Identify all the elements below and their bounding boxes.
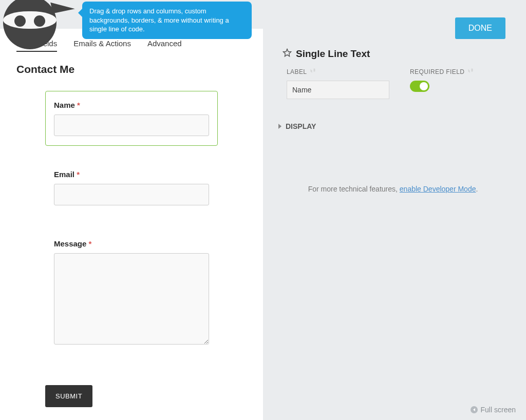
- enable-dev-mode-link[interactable]: enable Developer Mode: [400, 185, 476, 193]
- dev-note: For more technical features, enable Deve…: [277, 185, 509, 193]
- editor-pane: Form Fields Emails & Actions Advanced Co…: [0, 29, 263, 420]
- settings-row: LABEL REQUIRED FIELD: [287, 68, 508, 99]
- label-input[interactable]: [287, 81, 389, 99]
- done-button[interactable]: DONE: [455, 17, 505, 39]
- setting-required: REQUIRED FIELD: [410, 68, 508, 99]
- field-name[interactable]: Name *: [45, 91, 218, 146]
- display-label: DISPLAY: [286, 122, 316, 130]
- label-head: LABEL: [287, 68, 307, 75]
- display-section[interactable]: DISPLAY: [278, 122, 316, 130]
- chevron-right-icon: [278, 124, 281, 129]
- name-input[interactable]: [54, 114, 209, 136]
- field-name-label: Name *: [54, 101, 209, 109]
- field-email-label: Email *: [54, 170, 209, 179]
- email-input[interactable]: [54, 184, 209, 205]
- settings-header: Single Line Text: [283, 48, 370, 60]
- required-toggle[interactable]: [410, 81, 429, 92]
- field-message[interactable]: Message *: [45, 230, 218, 356]
- field-message-label: Message *: [54, 239, 209, 248]
- submit-button[interactable]: SUBMIT: [45, 385, 92, 407]
- thumbs-down-icon[interactable]: [467, 68, 474, 75]
- arrow-left-icon: [471, 406, 478, 413]
- ninja-logo: [3, 0, 65, 58]
- thumbs-down-icon[interactable]: [310, 68, 316, 75]
- fullscreen-label: Full screen: [481, 406, 516, 414]
- setting-label: LABEL: [287, 68, 389, 99]
- form-title: Contact Me: [16, 63, 247, 75]
- tab-advanced[interactable]: Advanced: [147, 39, 182, 52]
- form-preview: Name * Email * Message * SUBMIT: [16, 91, 247, 407]
- star-icon: [283, 48, 292, 60]
- fullscreen-toggle[interactable]: Full screen: [471, 406, 516, 414]
- promo-bubble: Drag & drop rows and columns, custom bac…: [82, 2, 252, 39]
- svg-marker-0: [284, 49, 291, 56]
- settings-title: Single Line Text: [296, 48, 370, 60]
- message-input[interactable]: [54, 253, 209, 345]
- required-head: REQUIRED FIELD: [410, 68, 464, 75]
- field-email[interactable]: Email *: [45, 160, 218, 215]
- tab-emails-actions[interactable]: Emails & Actions: [73, 39, 131, 52]
